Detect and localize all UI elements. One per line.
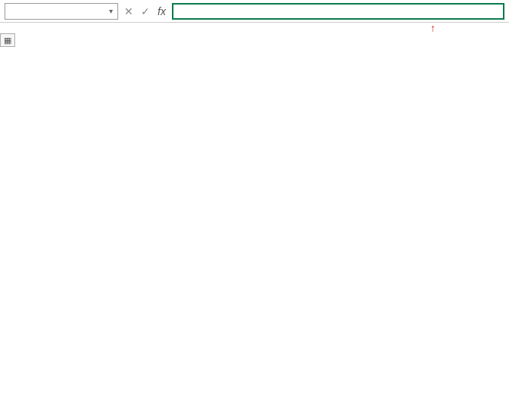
formula-bar: ▾ ✕ ✓ fx [0, 0, 509, 23]
fx-icon[interactable]: fx [158, 5, 166, 17]
formula-input[interactable] [172, 3, 504, 20]
chevron-down-icon[interactable]: ▾ [109, 7, 113, 15]
name-box[interactable]: ▾ [5, 3, 118, 20]
paste-options-icon[interactable]: ▦ [0, 33, 15, 47]
accept-icon[interactable]: ✓ [141, 5, 150, 17]
arrow-up-icon: ↑ [430, 23, 436, 33]
cancel-icon[interactable]: ✕ [124, 5, 133, 17]
formula-bar-icons: ✕ ✓ fx [124, 5, 166, 17]
